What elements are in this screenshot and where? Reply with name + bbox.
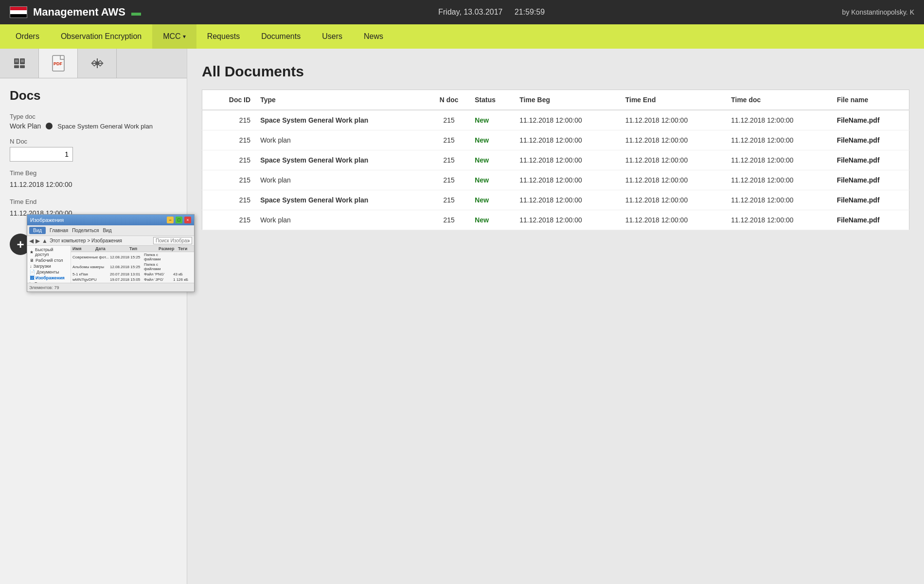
topbar: Management AWS ▬ Friday, 13.03.2017 21:5… — [0, 0, 924, 24]
fp-sidebar-docs[interactable]: 📄Документы — [28, 269, 70, 275]
type-doc-value: Work Plan — [10, 122, 41, 130]
cell-file-name: FileName.pdf — [832, 190, 909, 210]
cell-file-name: FileName.pdf — [832, 130, 909, 150]
cell-time-end: 11.12.2018 12:00:00 — [621, 190, 726, 210]
pdf-icon[interactable]: PDF — [39, 49, 78, 78]
cell-time-end: 11.12.2018 12:00:00 — [621, 210, 726, 230]
svg-rect-6 — [14, 65, 19, 68]
file-picker-nav: ◀ ▶ ▲ Этот компьютер > Изображения — [27, 236, 194, 246]
topbar-datetime: Friday, 13.03.2017 21:59:59 — [438, 8, 545, 17]
main-container: PDF Docs Type doc — [0, 49, 924, 584]
table-row[interactable]: 215 Work plan 215 New 11.12.2018 12:00:0… — [202, 210, 909, 230]
fp-header-row: Имя Дата Тип Размер Теги — [71, 246, 194, 252]
documents-table: Doc ID Type N doc Status Time Beg Time E… — [202, 90, 909, 230]
minimize-button[interactable]: − — [167, 217, 174, 223]
chevron-down-icon: ▾ — [183, 33, 186, 40]
file-picker-titlebar: Изображения − □ × — [27, 215, 194, 225]
fp-sidebar-images[interactable]: 🖼Изображения — [28, 275, 70, 281]
type-doc-row: Work Plan Space System General Work plan — [10, 122, 177, 130]
cell-status: New — [470, 130, 515, 150]
fp-sidebar-downloads[interactable]: ↓Загрузки — [28, 263, 70, 269]
file-picker-sidebar: ★Быстрый доступ 🖥Рабочий стол ↓Загрузки … — [27, 246, 71, 283]
col-header-type: Type — [255, 90, 428, 110]
time-beg-label: Time Beg — [10, 169, 177, 177]
satellite-icon[interactable] — [78, 49, 117, 78]
cell-n-doc: 215 — [428, 110, 470, 130]
cell-status: New — [470, 110, 515, 130]
file-picker-status: Элементов: 79 — [27, 283, 194, 292]
fp-file-4[interactable]: 4имидЖКои-i19.07.2018 11:24Файл 'JPG'79 … — [71, 282, 194, 283]
table-row[interactable]: 215 Space System General Work plan 215 N… — [202, 150, 909, 170]
cell-type: Space System General Work plan — [255, 190, 428, 210]
fp-col-name-header: Имя — [72, 246, 95, 251]
col-header-time-doc: Time doc — [726, 90, 832, 110]
topbar-left: Management AWS ▬ — [10, 6, 141, 18]
fp-tab-home[interactable]: Главная — [50, 228, 68, 233]
col-header-time-end: Time End — [621, 90, 726, 110]
col-header-doc-id: Doc ID — [202, 90, 256, 110]
nav-requests[interactable]: Requests — [196, 24, 251, 49]
cell-status: New — [470, 170, 515, 190]
nav-forward-arrow[interactable]: ▶ — [36, 237, 40, 244]
file-picker-title: Изображения — [30, 217, 64, 223]
n-doc-group: N Doc 1 — [10, 138, 177, 162]
fp-sidebar-quick-access[interactable]: ★Быстрый доступ — [28, 247, 70, 257]
cell-file-name: FileName.pdf — [832, 210, 909, 230]
content-area: All Documents Doc ID Type N doc Status T… — [187, 49, 924, 584]
table-row[interactable]: 215 Space System General Work plan 215 N… — [202, 110, 909, 130]
nav-documents[interactable]: Documents — [250, 24, 311, 49]
cell-time-beg: 11.12.2018 12:00:00 — [515, 210, 620, 230]
time-beg-value: 11.12.2018 12:00:00 — [10, 179, 177, 190]
nav-orders[interactable]: Orders — [5, 24, 50, 49]
file-picker-search[interactable] — [153, 237, 192, 244]
fp-sidebar-video[interactable]: ▶Видео — [28, 281, 70, 283]
cell-time-end: 11.12.2018 12:00:00 — [621, 130, 726, 150]
cell-status: New — [470, 150, 515, 170]
flag-icon — [10, 6, 27, 18]
cell-file-name: FileName.pdf — [832, 150, 909, 170]
table-row[interactable]: 215 Work plan 215 New 11.12.2018 12:00:0… — [202, 130, 909, 150]
file-picker-body: ★Быстрый доступ 🖥Рабочий стол ↓Загрузки … — [27, 246, 194, 283]
table-row[interactable]: 215 Space System General Work plan 215 N… — [202, 190, 909, 210]
fp-file-0[interactable]: Современные фот...12.08.2018 15:25Папка … — [71, 252, 194, 262]
cell-doc-id: 215 — [202, 190, 256, 210]
cell-time-beg: 11.12.2018 12:00:00 — [515, 130, 620, 150]
nav-observation-encryption[interactable]: Observation Encryption — [50, 24, 152, 49]
cell-n-doc: 215 — [428, 210, 470, 230]
nav-news[interactable]: News — [353, 24, 394, 49]
fp-file-3[interactable]: wMN7lgvDPU19.07.2018 15:05Файл 'JPG'1 12… — [71, 277, 194, 282]
nav-mcc[interactable]: MCC ▾ — [152, 24, 196, 49]
cell-type: Space System General Work plan — [255, 150, 428, 170]
table-row[interactable]: 215 Work plan 215 New 11.12.2018 12:00:0… — [202, 170, 909, 190]
fp-tab-share[interactable]: Поделиться — [72, 228, 99, 233]
fp-tab-vid2[interactable]: Вид — [103, 228, 111, 233]
cell-time-doc: 11.12.2018 12:00:00 — [726, 110, 832, 130]
sidebar: PDF Docs Type doc — [0, 49, 187, 584]
cell-status: New — [470, 190, 515, 210]
col-header-status: Status — [470, 90, 515, 110]
close-button[interactable]: × — [184, 217, 191, 223]
topbar-author: by Konstantinopolsky. K — [842, 8, 914, 16]
fp-file-2[interactable]: 5-1 кПая20.07.2018 13:01Файл 'PNG'43 кБ — [71, 272, 194, 277]
type-doc-label: Type doc — [10, 113, 177, 120]
cell-time-doc: 11.12.2018 12:00:00 — [726, 170, 832, 190]
cell-type: Work plan — [255, 170, 428, 190]
sidebar-icon-toolbar: PDF — [0, 49, 187, 78]
col-header-time-beg: Time Beg — [515, 90, 620, 110]
cell-n-doc: 215 — [428, 130, 470, 150]
nav-up-arrow[interactable]: ▲ — [42, 237, 48, 244]
n-doc-input[interactable]: 1 — [10, 147, 73, 162]
cell-doc-id: 215 — [202, 210, 256, 230]
nav-users[interactable]: Users — [311, 24, 353, 49]
fp-sidebar-desktop[interactable]: 🖥Рабочий стол — [28, 257, 70, 263]
fp-file-1[interactable]: Альбомы камеры12.08.2018 15:25Папка с фа… — [71, 262, 194, 272]
nav-back-arrow[interactable]: ◀ — [29, 237, 34, 244]
docs-list-icon[interactable] — [0, 49, 39, 78]
maximize-button[interactable]: □ — [176, 217, 182, 223]
type-doc-group: Type doc Work Plan Space System General … — [10, 113, 177, 130]
fp-tab-vid[interactable]: Вид — [29, 227, 46, 234]
cell-doc-id: 215 — [202, 130, 256, 150]
cell-doc-id: 215 — [202, 110, 256, 130]
type-badge — [46, 123, 53, 129]
cell-time-beg: 11.12.2018 12:00:00 — [515, 150, 620, 170]
